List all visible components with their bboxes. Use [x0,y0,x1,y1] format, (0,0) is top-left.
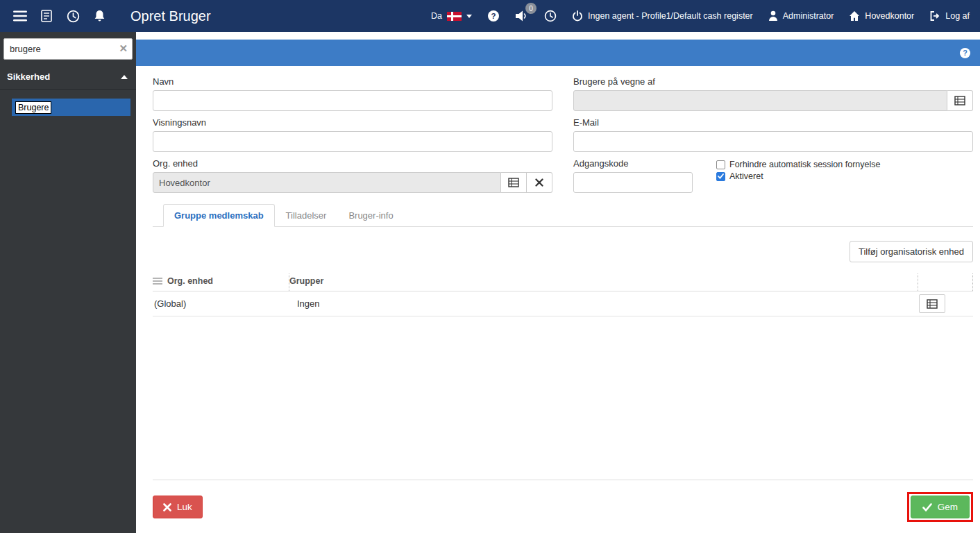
check-icon [922,503,932,511]
add-org-unit-button[interactable]: Tilføj organisatorisk enhed [850,241,973,262]
close-x-icon [163,503,171,511]
navn-input[interactable] [153,90,552,111]
group-membership-table: Org. enhed Grupper (Global) Ingen [153,273,973,316]
clear-x-icon [535,178,543,187]
clock-overview-button[interactable] [60,0,86,32]
adgangskode-label: Adgangskode [573,158,693,169]
agent-status-label: Ingen agent - Profile1/Default cash regi… [588,11,753,21]
save-button[interactable]: Gem [911,496,970,518]
tab-bar: Gruppe medlemskab Tilladelser Bruger-inf… [153,204,973,227]
sound-button[interactable]: 0 [507,0,537,32]
tab-tilladelser[interactable]: Tilladelser [275,204,338,227]
bell-icon [94,10,105,22]
column-header-org-enhed: Org. enhed [167,276,213,286]
visningsnavn-input[interactable] [153,131,552,152]
email-input[interactable] [573,131,973,152]
annotation-highlight: Gem [907,492,973,522]
column-header-actions [918,273,973,291]
footer-bar: Luk Gem [153,480,973,522]
cell-org-enhed: (Global) [154,298,186,309]
logout-label: Log af [945,11,970,21]
language-label: Da [431,11,442,21]
panel-help-icon[interactable]: ? [959,47,971,59]
time-button[interactable] [537,0,564,32]
sidebar-section-sikkerhed[interactable]: Sikkerhed [0,64,136,90]
check-icon [718,174,724,179]
sidebar-item-brugere[interactable]: Brugere [12,99,130,116]
tab-gruppe-medlemskab[interactable]: Gruppe medlemskab [163,204,275,227]
checkbox-checked-icon[interactable] [716,172,725,181]
table-row: (Global) Ingen [153,291,973,316]
brugere-pa-vegne-af-lookup-button[interactable] [947,90,973,111]
checkbox-session-fornyelse[interactable]: Forhindre automatisk session fornyelse [716,160,880,169]
panel-header: ? [136,40,980,66]
clock-icon [544,10,557,22]
organization-label: Hovedkontor [865,11,914,21]
home-icon [849,10,860,22]
cell-grupper: Ingen [297,298,320,309]
checkbox-group: Forhindre automatisk session fornyelse A… [716,160,880,181]
chevron-up-icon [121,75,128,79]
topbar: Opret Bruger Da ? 0 Ingen agent [0,0,980,32]
notifications-button[interactable] [86,0,112,32]
adgangskode-input[interactable] [573,172,693,193]
help-button[interactable]: ? [480,0,507,32]
hamburger-icon [13,10,27,22]
list-icon [927,299,938,309]
journal-button[interactable] [33,0,60,32]
user-label: Administrator [783,11,834,21]
navn-label: Navn [153,76,552,87]
sidebar-search: ✕ [3,38,133,60]
section-label: Sikkerhed [7,71,50,82]
sidebar-item-label: Brugere [15,101,51,114]
danish-flag-icon [447,12,462,21]
user-menu[interactable]: Administrator [761,0,842,32]
topbar-right: Da ? 0 Ingen agent - Profile1/Default ca… [423,0,977,32]
org-enhed-lookup-button[interactable] [501,172,527,193]
save-button-label: Gem [938,502,958,512]
row-groups-lookup-button[interactable] [919,294,945,313]
brugere-pa-vegne-af-label: Brugere på vegne af [573,76,973,87]
agent-status[interactable]: Ingen agent - Profile1/Default cash regi… [564,0,761,32]
tab-bruger-info[interactable]: Bruger-info [337,204,404,227]
close-button[interactable]: Luk [153,496,203,518]
brugere-pa-vegne-af-input[interactable] [573,90,947,111]
email-label: E-Mail [573,117,973,128]
column-header-grupper: Grupper [289,276,323,286]
form-left-column: Navn Visningsnavn Org. enhed [153,70,552,193]
app-window: Opret Bruger Da ? 0 Ingen agent [0,0,980,533]
power-icon [572,10,583,22]
checkbox-aktiveret[interactable]: Aktiveret [716,171,880,181]
sidebar: ✕ Sikkerhed Brugere [0,32,136,533]
visningsnavn-label: Visningsnavn [153,117,552,128]
logout-icon [929,10,940,22]
language-selector[interactable]: Da [423,0,480,32]
notification-badge: 0 [525,3,537,14]
svg-text:?: ? [963,49,968,57]
search-input[interactable] [3,38,133,60]
list-icon [954,96,965,105]
logout-button[interactable]: Log af [922,0,977,32]
help-icon: ? [487,10,500,22]
svg-text:?: ? [491,12,496,20]
organization-menu[interactable]: Hovedkontor [841,0,922,32]
hamburger-menu-button[interactable] [7,0,33,32]
page-title: Opret Bruger [130,8,211,24]
close-button-label: Luk [177,502,192,512]
checkbox-unchecked-icon[interactable] [716,160,725,169]
person-icon [768,10,778,22]
form-content: Navn Visningsnavn Org. enhed [136,66,980,533]
form-right-column: Brugere på vegne af E-Mail Adgangskode [573,70,973,193]
checkbox-label: Forhindre automatisk session fornyelse [729,160,880,169]
chevron-down-icon [466,15,472,18]
clock-icon [67,10,80,23]
org-enhed-input[interactable] [153,172,501,193]
checkbox-label: Aktiveret [729,171,763,181]
table-header-row: Org. enhed Grupper [153,273,973,291]
org-enhed-clear-button[interactable] [527,172,552,193]
main-panel: ? Navn Visningsnavn Org. enhed [136,32,980,533]
search-clear-icon[interactable]: ✕ [119,43,128,53]
list-handle-icon [153,277,162,285]
journal-icon [40,10,53,22]
list-icon [508,178,519,187]
